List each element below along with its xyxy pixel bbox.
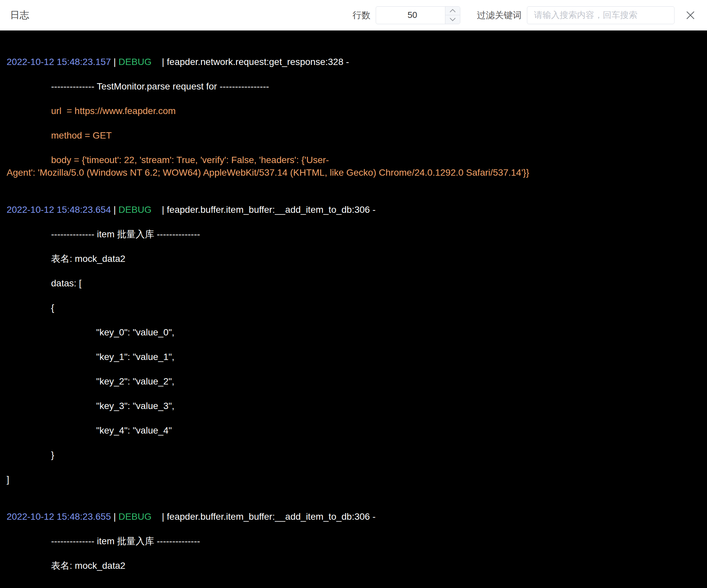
log-line: "key_0": "value_0", [7, 326, 697, 339]
log-source: | feapder.buffer.item_buffer:__add_item_… [152, 512, 376, 522]
log-line: } [7, 449, 697, 461]
chevron-up-icon [450, 9, 456, 12]
log-line: 表名: mock_data2 [7, 559, 697, 572]
log-separator: | [111, 512, 119, 522]
log-separator: | [111, 205, 119, 215]
rows-count-label: 行数 [352, 9, 370, 21]
close-icon [685, 10, 696, 21]
log-line: Agent': 'Mozilla/5.0 (Windows NT 6.2; WO… [7, 166, 697, 179]
log-line: method = GET [7, 129, 697, 142]
log-line: { [7, 302, 697, 314]
decrement-button[interactable] [445, 15, 460, 24]
log-source: | feapder.buffer.item_buffer:__add_item_… [152, 205, 376, 215]
stepper-controls [445, 7, 460, 24]
log-line: body = {'timeout': 22, 'stream': True, '… [7, 154, 697, 166]
log-entry-header: 2022-10-12 15:48:23.157 | DEBUG | feapde… [7, 56, 697, 68]
log-level: DEBUG [119, 512, 152, 522]
log-entry: 2022-10-12 15:48:23.654 | DEBUG | feapde… [7, 204, 697, 486]
page-title: 日志 [10, 9, 29, 22]
increment-button[interactable] [445, 7, 460, 15]
log-source: | feapder.network.request:get_response:3… [152, 57, 349, 67]
log-entry: 2022-10-12 15:48:23.655 | DEBUG | feapde… [7, 511, 697, 572]
log-line: 表名: mock_data2 [7, 252, 697, 265]
log-timestamp: 2022-10-12 15:48:23.655 [7, 512, 111, 522]
log-timestamp: 2022-10-12 15:48:23.654 [7, 205, 111, 215]
log-entry-header: 2022-10-12 15:48:23.655 | DEBUG | feapde… [7, 511, 697, 523]
log-line: url = https://www.feapder.com [7, 105, 697, 117]
log-line: "key_3": "value_3", [7, 400, 697, 412]
log-line: -------------- item 批量入库 -------------- [7, 228, 697, 241]
search-input[interactable] [527, 6, 674, 24]
log-line: "key_2": "value_2", [7, 375, 697, 388]
log-line: "key_1": "value_1", [7, 351, 697, 363]
log-entry: 2022-10-12 15:48:23.157 | DEBUG | feapde… [7, 56, 697, 179]
log-output[interactable]: 2022-10-12 15:48:23.157 | DEBUG | feapde… [0, 31, 707, 588]
log-line: ] [7, 473, 697, 486]
close-button[interactable] [684, 9, 697, 22]
rows-count-stepper [376, 6, 460, 24]
log-line: -------------- item 批量入库 -------------- [7, 535, 697, 548]
chevron-down-icon [450, 18, 456, 21]
log-line: -------------- TestMonitor.parse request… [7, 80, 697, 93]
log-line: datas: [ [7, 277, 697, 290]
log-line: "key_4": "value_4" [7, 424, 697, 437]
log-level: DEBUG [119, 57, 152, 67]
log-entry-header: 2022-10-12 15:48:23.654 | DEBUG | feapde… [7, 204, 697, 216]
log-timestamp: 2022-10-12 15:48:23.157 [7, 57, 111, 67]
filter-keyword-label: 过滤关键词 [477, 9, 521, 21]
log-separator: | [111, 57, 119, 67]
toolbar: 日志 行数 过滤关键词 [0, 0, 707, 31]
log-level: DEBUG [119, 205, 152, 215]
